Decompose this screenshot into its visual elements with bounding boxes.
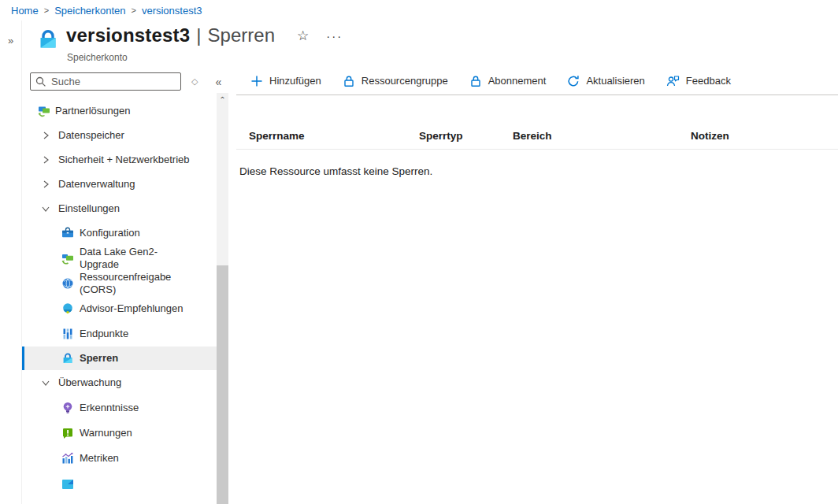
search-icon xyxy=(35,76,47,88)
sidebar-item-label: Konfiguration xyxy=(80,227,140,239)
column-header-bereich: Bereich xyxy=(513,130,691,142)
breadcrumb-separator: > xyxy=(131,6,135,15)
assist-diamond-icon[interactable]: ◇ xyxy=(191,76,198,87)
sidebar-item-erkenntnisse[interactable]: Erkenntnisse xyxy=(22,395,217,421)
sidebar-item-label: Metriken xyxy=(80,452,119,465)
sidebar-item-datenverwaltung[interactable]: Datenverwaltung xyxy=(22,172,217,196)
metrics-chart-icon xyxy=(61,452,74,465)
sidebar-item-ueberwachung[interactable]: Überwachung xyxy=(22,370,217,395)
sidebar-item-sicherheit-netzwerkbetrieb[interactable]: Sicherheit + Netzwerkbetrieb xyxy=(22,147,217,172)
partner-solutions-icon xyxy=(38,105,50,117)
more-options-icon[interactable]: ··· xyxy=(326,30,343,42)
sidebar-item-label: Sicherheit + Netzwerkbetrieb xyxy=(58,154,190,165)
sidebar-menu: Partnerlösungen Datenspeicher Sicherheit… xyxy=(22,98,217,496)
lock-icon xyxy=(61,352,74,365)
blade-header: versionstest3 | Sperren ☆ ··· Speicherko… xyxy=(22,20,838,67)
breadcrumb-speicherkonten[interactable]: Speicherkonten xyxy=(54,5,125,17)
configuration-icon xyxy=(61,227,74,239)
sidebar-item-label: Überwachung xyxy=(58,376,121,388)
sidebar-item-metriken[interactable]: Metriken xyxy=(22,446,217,471)
feedback-icon xyxy=(666,75,680,87)
sidebar-item-label: Einstellungen xyxy=(58,202,120,214)
cors-globe-icon xyxy=(61,277,74,290)
sidebar-item-konfiguration[interactable]: Konfiguration xyxy=(22,220,217,246)
plus-icon xyxy=(250,75,263,87)
toolbar-button-label: Abonnement xyxy=(488,75,547,87)
search-input[interactable] xyxy=(30,72,181,91)
toolbar-button-label: Hinzufügen xyxy=(269,75,321,87)
sidebar-item-label: Advisor-Empfehlungen xyxy=(80,302,184,315)
blade-title: Sperren xyxy=(208,24,275,46)
sidebar-item-label: Endpunkte xyxy=(80,328,128,340)
subscription-lock-button[interactable]: Abonnement xyxy=(469,75,547,87)
toolbar: Hinzufügen Ressourcengruppe Abonnement A… xyxy=(236,67,838,95)
collapse-menu-icon[interactable]: « xyxy=(215,76,221,88)
toolbar-button-label: Feedback xyxy=(686,75,731,87)
sidebar-item-sperren[interactable]: Sperren xyxy=(22,346,217,370)
sidebar-item-label: Warnungen xyxy=(80,427,132,439)
sidebar-item-data-lake-gen2-upgrade[interactable]: Data Lake Gen2- Upgrade xyxy=(22,246,217,271)
sidebar-item-partial[interactable] xyxy=(22,471,217,496)
alerts-icon xyxy=(61,427,74,439)
data-lake-upgrade-icon xyxy=(61,252,74,265)
breadcrumb-home[interactable]: Home xyxy=(11,5,39,17)
breadcrumb: Home > Speicherkonten > versionstest3 xyxy=(0,0,838,20)
chevron-right-icon xyxy=(41,131,54,140)
left-collapse-strip: » xyxy=(0,20,22,504)
sidebar-item-ressourcenfreigabe-cors[interactable]: Ressourcenfreigabe (CORS) xyxy=(22,271,217,296)
scrollbar-up-arrow-icon[interactable]: ⌃ xyxy=(217,93,228,104)
chevron-down-icon xyxy=(41,204,54,213)
sidebar-item-datenspeicher[interactable]: Datenspeicher xyxy=(22,123,217,147)
add-button[interactable]: Hinzufügen xyxy=(250,75,321,87)
sidebar-item-warnungen[interactable]: Warnungen xyxy=(22,421,217,446)
expand-panel-icon[interactable]: » xyxy=(0,35,21,46)
title-separator: | xyxy=(196,24,201,46)
column-header-sperrtyp: Sperrtyp xyxy=(419,130,513,142)
advisor-icon xyxy=(61,302,74,315)
resource-group-lock-button[interactable]: Ressourcengruppe xyxy=(343,75,448,87)
breadcrumb-separator: > xyxy=(44,6,49,15)
main-content: Hinzufügen Ressourcengruppe Abonnement A… xyxy=(236,67,838,504)
column-header-sperrname: Sperrname xyxy=(236,130,419,142)
workbooks-icon xyxy=(61,480,74,492)
sidebar-item-label: Data Lake Gen2- Upgrade xyxy=(80,246,158,271)
favorite-star-icon[interactable]: ☆ xyxy=(297,29,309,43)
feedback-button[interactable]: Feedback xyxy=(666,75,731,87)
sidebar-item-label: Sperren xyxy=(80,352,118,365)
sidebar-scrollbar[interactable]: ⌃ xyxy=(217,93,228,504)
sidebar-scrollbar-thumb[interactable] xyxy=(217,265,228,504)
lock-resource-icon xyxy=(36,28,60,51)
refresh-icon xyxy=(567,75,580,87)
chevron-right-icon xyxy=(41,155,54,165)
lock-outline-icon xyxy=(343,75,355,87)
toolbar-button-label: Aktualisieren xyxy=(586,75,644,87)
sidebar: ◇ « Partnerlösungen Datenspeicher xyxy=(22,67,230,504)
sidebar-item-label: Ressourcenfreigabe (CORS) xyxy=(80,271,171,296)
refresh-button[interactable]: Aktualisieren xyxy=(567,75,644,87)
sidebar-item-label: Datenspeicher xyxy=(58,129,124,141)
sidebar-item-partnerloesungen[interactable]: Partnerlösungen xyxy=(22,98,217,123)
sidebar-item-einstellungen[interactable]: Einstellungen xyxy=(22,196,217,220)
endpoints-icon xyxy=(61,328,74,340)
lock-outline-icon xyxy=(469,75,482,87)
toolbar-button-label: Ressourcengruppe xyxy=(362,75,448,87)
sidebar-item-label: Erkenntnisse xyxy=(80,402,139,414)
sidebar-item-label: Partnerlösungen xyxy=(55,105,130,117)
sidebar-item-label: Datenverwaltung xyxy=(58,178,135,190)
page-title: versionstest3 xyxy=(66,24,190,46)
chevron-down-icon xyxy=(41,378,54,387)
chevron-right-icon xyxy=(41,180,54,189)
insights-bulb-icon xyxy=(61,402,74,414)
breadcrumb-versionstest3[interactable]: versionstest3 xyxy=(142,5,202,17)
sidebar-item-advisor-empfehlungen[interactable]: Advisor-Empfehlungen xyxy=(22,296,217,321)
empty-state-message: Diese Ressource umfasst keine Sperren. xyxy=(236,165,838,177)
resource-type-label: Speicherkonto xyxy=(67,52,128,63)
sidebar-item-endpunkte[interactable]: Endpunkte xyxy=(22,321,217,346)
column-header-notizen: Notizen xyxy=(691,130,838,142)
locks-table-header: Sperrname Sperrtyp Bereich Notizen xyxy=(236,122,838,150)
